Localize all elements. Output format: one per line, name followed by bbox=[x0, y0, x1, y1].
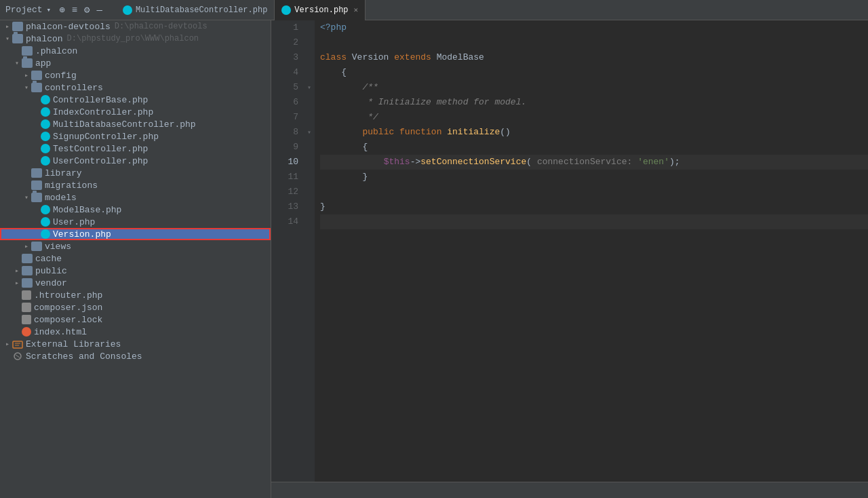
arrow-icon bbox=[22, 242, 31, 250]
folder-icon bbox=[22, 46, 33, 56]
folder-icon bbox=[12, 34, 23, 43]
project-label[interactable]: Project bbox=[5, 5, 43, 15]
sidebar-item-app[interactable]: app bbox=[0, 57, 271, 69]
gutter-11 bbox=[304, 170, 315, 185]
php-file-icon bbox=[41, 205, 50, 214]
line-num-11: 11 bbox=[277, 170, 298, 185]
sidebar-item-dot-phalcon[interactable]: .phalcon bbox=[0, 45, 271, 57]
project-sidebar: phalcon-devtools D:\phalcon-devtools pha… bbox=[0, 20, 271, 498]
gutter-6 bbox=[304, 95, 315, 110]
title-bar: Project ▾ ⊕ ≡ ⚙ — MultiDatabaseControlle… bbox=[0, 0, 868, 20]
sidebar-item-cache[interactable]: cache bbox=[0, 252, 271, 265]
folder-icon bbox=[31, 193, 42, 202]
sidebar-item-phalcon[interactable]: phalcon D:\phpstudy_pro\WWW\phalcon bbox=[0, 33, 271, 45]
folder-icon bbox=[31, 71, 42, 80]
sidebar-item-phalcon-devtools[interactable]: phalcon-devtools D:\phalcon-devtools bbox=[0, 20, 271, 33]
gutter-7 bbox=[304, 110, 315, 125]
gutter-3 bbox=[304, 50, 315, 65]
tab-version[interactable]: Version.php ✕ bbox=[275, 0, 366, 20]
line-num-3: 3 bbox=[277, 50, 298, 65]
sidebar-item-vendor[interactable]: vendor bbox=[0, 277, 271, 289]
sidebar-item-controllerbase[interactable]: ControllerBase.php bbox=[0, 94, 271, 106]
sidebar-item-migrations[interactable]: migrations bbox=[0, 179, 271, 191]
code-editor[interactable]: 1 2 3 4 5 6 7 8 9 10 11 12 13 14 bbox=[271, 20, 868, 482]
arrow-icon bbox=[12, 279, 22, 287]
scratches-icon bbox=[12, 351, 23, 361]
folder-icon bbox=[22, 278, 33, 288]
htrouter-icon bbox=[22, 290, 31, 300]
php-file-icon bbox=[41, 119, 50, 129]
sidebar-item-index-html[interactable]: index.html bbox=[0, 326, 271, 338]
sidebar-item-models[interactable]: models bbox=[0, 191, 271, 204]
sidebar-item-testcontroller[interactable]: TestController.php bbox=[0, 142, 271, 155]
project-dropdown-arrow[interactable]: ▾ bbox=[47, 5, 52, 14]
gutter-8[interactable]: ▾ bbox=[304, 125, 315, 140]
sidebar-item-composer-lock[interactable]: composer.lock bbox=[0, 313, 271, 326]
path-label: D:\phpstudy_pro\WWW\phalcon bbox=[67, 34, 199, 43]
code-line-12 bbox=[320, 185, 868, 199]
html-icon bbox=[22, 327, 31, 337]
line-num-4: 4 bbox=[277, 65, 298, 80]
sidebar-item-multidatabasecontroller[interactable]: MultiDatabaseController.php bbox=[0, 118, 271, 130]
list-icon[interactable]: ≡ bbox=[72, 5, 77, 16]
minus-icon[interactable]: — bbox=[97, 5, 102, 16]
line-numbers: 1 2 3 4 5 6 7 8 9 10 11 12 13 14 bbox=[271, 20, 304, 482]
code-line-5: /** bbox=[320, 80, 868, 95]
sidebar-item-config[interactable]: config bbox=[0, 69, 271, 81]
path-label: D:\phalcon-devtools bbox=[115, 22, 208, 31]
sidebar-item-indexcontroller[interactable]: IndexController.php bbox=[0, 106, 271, 118]
code-line-14 bbox=[320, 214, 868, 229]
arrow-icon bbox=[3, 340, 12, 348]
tab-multi-database-controller[interactable]: MultiDatabaseController.php bbox=[116, 0, 275, 20]
sidebar-item-signupcontroller[interactable]: SignupController.php bbox=[0, 130, 271, 142]
folder-icon bbox=[31, 180, 42, 190]
svg-rect-0 bbox=[13, 341, 22, 348]
gear-icon[interactable]: ⚙ bbox=[84, 4, 90, 16]
folder-icon bbox=[31, 242, 42, 251]
sidebar-item-controllers[interactable]: controllers bbox=[0, 81, 271, 94]
code-line-7: */ bbox=[320, 110, 868, 125]
sidebar-item-usercontroller[interactable]: UserController.php bbox=[0, 155, 271, 167]
gutter-5[interactable]: ▾ bbox=[304, 80, 315, 95]
folder-icon bbox=[31, 83, 42, 92]
fold-icon-5[interactable]: ▾ bbox=[307, 83, 311, 92]
arrow-icon bbox=[3, 22, 12, 31]
code-line-13: } bbox=[320, 199, 868, 214]
arrow-icon bbox=[12, 267, 22, 275]
sidebar-item-external-libraries[interactable]: External Libraries bbox=[0, 338, 271, 350]
line-num-12: 12 bbox=[277, 185, 298, 199]
sidebar-item-htrouter[interactable]: .htrouter.php bbox=[0, 289, 271, 301]
arrow-icon bbox=[12, 59, 22, 67]
php-file-icon bbox=[41, 95, 50, 104]
sidebar-item-user[interactable]: User.php bbox=[0, 216, 271, 228]
gutter-9 bbox=[304, 140, 315, 155]
sidebar-item-composer-json[interactable]: composer.json bbox=[0, 301, 271, 313]
folder-icon bbox=[22, 254, 33, 263]
tab-label: MultiDatabaseController.php bbox=[136, 5, 267, 15]
gutter-2 bbox=[304, 35, 315, 50]
sidebar-item-modelbase[interactable]: ModelBase.php bbox=[0, 204, 271, 216]
folder-icon bbox=[12, 22, 23, 31]
line-num-2: 2 bbox=[277, 35, 298, 50]
add-icon[interactable]: ⊕ bbox=[59, 4, 64, 16]
sidebar-item-scratches[interactable]: Scratches and Consoles bbox=[0, 350, 271, 362]
php-file-icon bbox=[41, 107, 50, 117]
line-num-7: 7 bbox=[277, 110, 298, 125]
arrow-icon bbox=[3, 35, 12, 43]
sidebar-item-public[interactable]: public bbox=[0, 265, 271, 277]
svg-line-4 bbox=[16, 355, 20, 358]
code-content[interactable]: <?php class Version extends ModelBase { … bbox=[315, 20, 868, 482]
tab-close-icon[interactable]: ✕ bbox=[354, 5, 359, 14]
arrow-icon bbox=[22, 83, 31, 92]
code-line-9: { bbox=[320, 140, 868, 155]
tab-php-icon-active bbox=[281, 5, 291, 15]
sidebar-item-views[interactable]: views bbox=[0, 240, 271, 252]
folder-icon bbox=[31, 168, 42, 178]
php-file-icon bbox=[41, 229, 50, 239]
sidebar-item-version[interactable]: Version.php bbox=[0, 228, 271, 240]
line-num-9: 9 bbox=[277, 140, 298, 155]
sidebar-item-library[interactable]: library bbox=[0, 167, 271, 179]
gutter-4 bbox=[304, 65, 315, 80]
fold-icon-8[interactable]: ▾ bbox=[307, 128, 311, 136]
line-num-6: 6 bbox=[277, 95, 298, 110]
